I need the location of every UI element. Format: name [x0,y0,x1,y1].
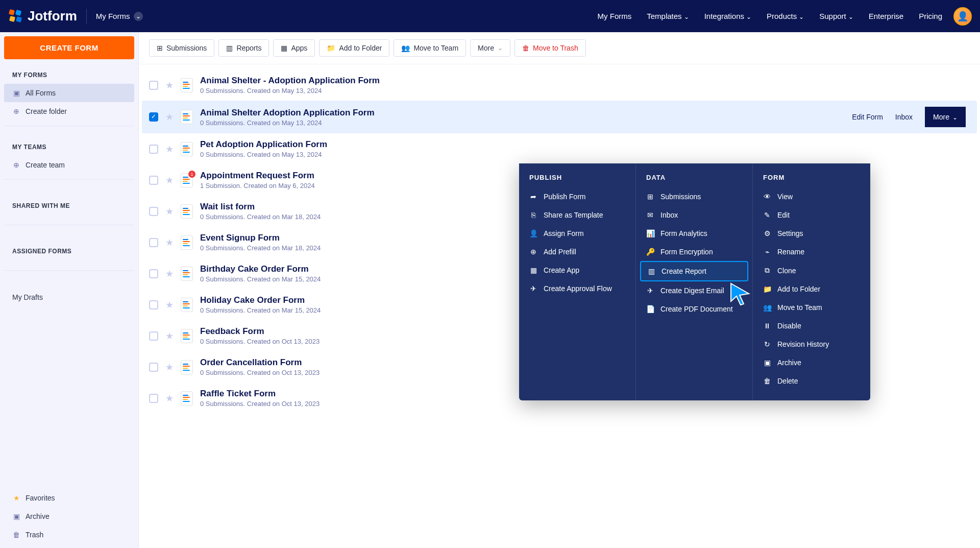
edit-form-button[interactable]: Edit Form [852,113,883,121]
dropdown-item-add-to-folder[interactable]: 📁Add to Folder [753,280,870,298]
nav-enterprise[interactable]: Enterprise [869,12,903,20]
nav-pricing[interactable]: Pricing [919,12,942,20]
sidebar-create-folder[interactable]: ⊕Create folder [4,102,134,121]
nav-my-forms[interactable]: My Forms [598,12,632,20]
dropdown-item-publish-form[interactable]: ➦Publish Form [519,187,635,206]
more-tab[interactable]: More [925,107,966,127]
menu-label: Add Prefill [544,248,576,256]
move-trash-button[interactable]: 🗑Move to Trash [514,39,586,57]
star-icon[interactable]: ★ [165,268,174,279]
nav-integrations[interactable]: Integrations [704,12,751,20]
star-icon[interactable]: ★ [165,80,174,91]
nav-templates[interactable]: Templates [647,12,689,20]
row-checkbox[interactable] [149,269,158,278]
dropdown-item-archive[interactable]: ▣Archive [753,353,870,372]
dropdown-item-create-report[interactable]: ▥Create Report [640,261,748,281]
star-icon[interactable]: ★ [165,111,174,123]
row-checkbox[interactable] [149,238,158,247]
menu-label: Add to Folder [777,285,820,293]
nav-support[interactable]: Support [819,12,853,20]
menu-label: Submissions [660,193,701,201]
avatar[interactable]: 👤 [953,7,972,26]
star-icon[interactable]: ★ [165,144,174,155]
nav: My Forms Templates Integrations Products… [598,12,942,20]
dropdown-item-clone[interactable]: ⧉Clone [753,261,870,280]
dropdown-item-move-to-team[interactable]: 👥Move to Team [753,298,870,317]
dropdown-item-form-encryption[interactable]: 🔑Form Encryption [636,243,752,261]
chart-icon: ▥ [226,44,233,52]
form-row[interactable]: ★ Pet Adoption Application Form 0 Submis… [149,133,970,164]
star-icon[interactable]: ★ [165,330,174,342]
dropdown-item-rename[interactable]: ⌁Rename [753,243,870,261]
badge: 1 [188,171,195,178]
my-teams-title: MY TEAMS [4,144,134,156]
dropdown-item-form-analytics[interactable]: 📊Form Analytics [636,224,752,243]
star-icon[interactable]: ★ [165,299,174,311]
dropdown-item-add-prefill[interactable]: ⊕Add Prefill [519,243,635,261]
assigned-title[interactable]: ASSIGNED FORMS [4,243,134,265]
dropdown-item-create-app[interactable]: ▦Create App [519,261,635,279]
dropdown-item-create-approval-flow[interactable]: ✈Create Approval Flow [519,279,635,298]
star-icon[interactable]: ★ [165,206,174,217]
row-checkbox[interactable] [149,331,158,341]
dropdown-item-settings[interactable]: ⚙Settings [753,224,870,243]
menu-icon: 📄 [646,305,654,313]
chevron-down-icon [952,113,958,121]
nav-products[interactable]: Products [767,12,804,20]
chevron-down-icon [746,12,751,20]
dropdown-data-col: DATA ⊞Submissions✉Inbox📊Form Analytics🔑F… [635,163,753,400]
dropdown-item-submissions[interactable]: ⊞Submissions [636,187,752,206]
shared-title[interactable]: SHARED WITH ME [4,197,134,220]
star-icon[interactable]: ★ [165,393,174,404]
dropdown-item-delete[interactable]: 🗑Delete [753,372,870,390]
dropdown-item-create-pdf-document[interactable]: 📄Create PDF Document [636,300,752,318]
star-icon[interactable]: ★ [165,175,174,186]
my-forms-title: MY FORMS [4,72,134,84]
chevron-down-icon [134,12,143,21]
create-form-button[interactable]: CREATE FORM [4,36,134,59]
form-row[interactable]: ★ Animal Shelter Adoption Application Fo… [142,101,977,133]
form-icon [181,391,193,406]
dropdown-item-view[interactable]: 👁View [753,187,870,206]
move-team-button[interactable]: 👥Move to Team [394,39,466,57]
star-icon[interactable]: ★ [165,237,174,248]
row-checkbox[interactable] [149,363,158,372]
row-checkbox[interactable] [149,145,158,154]
add-folder-button[interactable]: 📁Add to Folder [319,39,389,57]
chevron-down-icon [684,12,689,20]
svg-rect-2 [9,15,15,21]
sidebar-trash[interactable]: 🗑Trash [4,526,134,544]
svg-rect-0 [9,9,15,15]
row-actions: Edit Form Inbox More [852,107,970,127]
row-checkbox[interactable] [149,112,158,122]
dropdown-item-assign-form[interactable]: 👤Assign Form [519,224,635,243]
form-icon [181,298,193,312]
dropdown-item-revision-history[interactable]: ↻Revision History [753,335,870,353]
dropdown-item-inbox[interactable]: ✉Inbox [636,206,752,224]
row-checkbox[interactable] [149,394,158,403]
reports-button[interactable]: ▥Reports [218,39,269,57]
row-checkbox[interactable] [149,207,158,216]
row-checkbox[interactable] [149,300,158,309]
sidebar-favorites[interactable]: ★Favorites [4,489,134,507]
menu-icon: ✈ [646,287,654,295]
logo[interactable]: Jotform [8,8,77,24]
row-checkbox[interactable] [149,176,158,185]
sidebar-archive[interactable]: ▣Archive [4,507,134,526]
sidebar-drafts[interactable]: My Drafts [4,288,134,306]
dropdown-item-create-digest-email[interactable]: ✈Create Digest Email [636,281,752,300]
submissions-button[interactable]: ⊞Submissions [149,39,214,57]
workspace-selector[interactable]: My Forms [96,12,143,21]
more-button[interactable]: More [470,39,510,57]
sidebar-create-team[interactable]: ⊕Create team [4,156,134,174]
dropdown-item-share-as-template[interactable]: ⎘Share as Template [519,206,635,224]
row-checkbox[interactable] [149,81,158,90]
apps-button[interactable]: ▦Apps [273,39,315,57]
inbox-button[interactable]: Inbox [895,113,913,121]
svg-rect-3 [16,16,22,22]
sidebar-all-forms[interactable]: ▣All Forms [4,84,134,102]
star-icon[interactable]: ★ [165,362,174,373]
form-row[interactable]: ★ Animal Shelter - Adoption Application … [149,69,970,101]
dropdown-item-disable[interactable]: ⏸Disable [753,317,870,335]
dropdown-item-edit[interactable]: ✎Edit [753,206,870,224]
